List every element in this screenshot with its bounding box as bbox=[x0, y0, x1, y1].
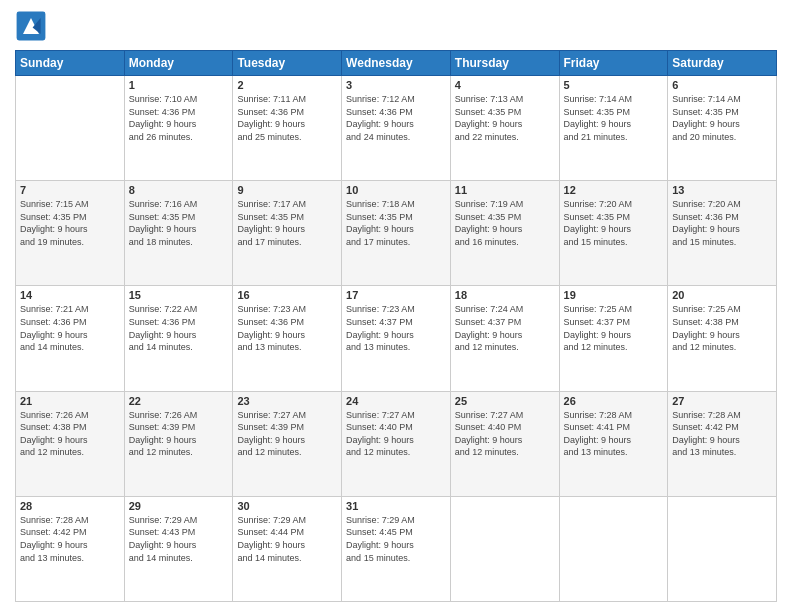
week-row-3: 14Sunrise: 7:21 AM Sunset: 4:36 PM Dayli… bbox=[16, 286, 777, 391]
day-details: Sunrise: 7:17 AM Sunset: 4:35 PM Dayligh… bbox=[237, 198, 337, 248]
day-details: Sunrise: 7:24 AM Sunset: 4:37 PM Dayligh… bbox=[455, 303, 555, 353]
day-number: 1 bbox=[129, 79, 229, 91]
day-details: Sunrise: 7:29 AM Sunset: 4:45 PM Dayligh… bbox=[346, 514, 446, 564]
weekday-sunday: Sunday bbox=[16, 51, 125, 76]
calendar-cell: 27Sunrise: 7:28 AM Sunset: 4:42 PM Dayli… bbox=[668, 391, 777, 496]
calendar-cell: 5Sunrise: 7:14 AM Sunset: 4:35 PM Daylig… bbox=[559, 76, 668, 181]
day-number: 13 bbox=[672, 184, 772, 196]
day-details: Sunrise: 7:19 AM Sunset: 4:35 PM Dayligh… bbox=[455, 198, 555, 248]
day-number: 26 bbox=[564, 395, 664, 407]
day-details: Sunrise: 7:13 AM Sunset: 4:35 PM Dayligh… bbox=[455, 93, 555, 143]
week-row-4: 21Sunrise: 7:26 AM Sunset: 4:38 PM Dayli… bbox=[16, 391, 777, 496]
day-details: Sunrise: 7:23 AM Sunset: 4:37 PM Dayligh… bbox=[346, 303, 446, 353]
weekday-thursday: Thursday bbox=[450, 51, 559, 76]
page: SundayMondayTuesdayWednesdayThursdayFrid… bbox=[0, 0, 792, 612]
day-number: 8 bbox=[129, 184, 229, 196]
calendar-cell: 21Sunrise: 7:26 AM Sunset: 4:38 PM Dayli… bbox=[16, 391, 125, 496]
day-details: Sunrise: 7:26 AM Sunset: 4:39 PM Dayligh… bbox=[129, 409, 229, 459]
day-details: Sunrise: 7:29 AM Sunset: 4:44 PM Dayligh… bbox=[237, 514, 337, 564]
calendar-cell: 4Sunrise: 7:13 AM Sunset: 4:35 PM Daylig… bbox=[450, 76, 559, 181]
calendar-cell: 9Sunrise: 7:17 AM Sunset: 4:35 PM Daylig… bbox=[233, 181, 342, 286]
week-row-5: 28Sunrise: 7:28 AM Sunset: 4:42 PM Dayli… bbox=[16, 496, 777, 601]
calendar-cell: 15Sunrise: 7:22 AM Sunset: 4:36 PM Dayli… bbox=[124, 286, 233, 391]
calendar-cell: 25Sunrise: 7:27 AM Sunset: 4:40 PM Dayli… bbox=[450, 391, 559, 496]
week-row-1: 1Sunrise: 7:10 AM Sunset: 4:36 PM Daylig… bbox=[16, 76, 777, 181]
day-details: Sunrise: 7:27 AM Sunset: 4:40 PM Dayligh… bbox=[455, 409, 555, 459]
day-details: Sunrise: 7:10 AM Sunset: 4:36 PM Dayligh… bbox=[129, 93, 229, 143]
day-details: Sunrise: 7:29 AM Sunset: 4:43 PM Dayligh… bbox=[129, 514, 229, 564]
calendar-cell: 29Sunrise: 7:29 AM Sunset: 4:43 PM Dayli… bbox=[124, 496, 233, 601]
calendar-cell: 19Sunrise: 7:25 AM Sunset: 4:37 PM Dayli… bbox=[559, 286, 668, 391]
calendar-cell bbox=[16, 76, 125, 181]
calendar-cell: 3Sunrise: 7:12 AM Sunset: 4:36 PM Daylig… bbox=[342, 76, 451, 181]
logo bbox=[15, 10, 51, 42]
calendar-cell: 30Sunrise: 7:29 AM Sunset: 4:44 PM Dayli… bbox=[233, 496, 342, 601]
day-number: 5 bbox=[564, 79, 664, 91]
day-details: Sunrise: 7:27 AM Sunset: 4:40 PM Dayligh… bbox=[346, 409, 446, 459]
calendar-cell: 22Sunrise: 7:26 AM Sunset: 4:39 PM Dayli… bbox=[124, 391, 233, 496]
day-number: 31 bbox=[346, 500, 446, 512]
calendar-cell: 23Sunrise: 7:27 AM Sunset: 4:39 PM Dayli… bbox=[233, 391, 342, 496]
calendar-cell: 12Sunrise: 7:20 AM Sunset: 4:35 PM Dayli… bbox=[559, 181, 668, 286]
calendar-cell: 10Sunrise: 7:18 AM Sunset: 4:35 PM Dayli… bbox=[342, 181, 451, 286]
calendar-cell: 20Sunrise: 7:25 AM Sunset: 4:38 PM Dayli… bbox=[668, 286, 777, 391]
calendar-cell: 2Sunrise: 7:11 AM Sunset: 4:36 PM Daylig… bbox=[233, 76, 342, 181]
calendar-cell: 16Sunrise: 7:23 AM Sunset: 4:36 PM Dayli… bbox=[233, 286, 342, 391]
day-number: 27 bbox=[672, 395, 772, 407]
calendar-cell bbox=[559, 496, 668, 601]
day-number: 28 bbox=[20, 500, 120, 512]
logo-icon bbox=[15, 10, 47, 42]
day-number: 18 bbox=[455, 289, 555, 301]
calendar-table: SundayMondayTuesdayWednesdayThursdayFrid… bbox=[15, 50, 777, 602]
day-number: 25 bbox=[455, 395, 555, 407]
day-number: 12 bbox=[564, 184, 664, 196]
weekday-wednesday: Wednesday bbox=[342, 51, 451, 76]
weekday-header-row: SundayMondayTuesdayWednesdayThursdayFrid… bbox=[16, 51, 777, 76]
calendar-cell: 24Sunrise: 7:27 AM Sunset: 4:40 PM Dayli… bbox=[342, 391, 451, 496]
day-details: Sunrise: 7:12 AM Sunset: 4:36 PM Dayligh… bbox=[346, 93, 446, 143]
day-details: Sunrise: 7:25 AM Sunset: 4:38 PM Dayligh… bbox=[672, 303, 772, 353]
day-details: Sunrise: 7:20 AM Sunset: 4:35 PM Dayligh… bbox=[564, 198, 664, 248]
day-number: 10 bbox=[346, 184, 446, 196]
day-details: Sunrise: 7:18 AM Sunset: 4:35 PM Dayligh… bbox=[346, 198, 446, 248]
day-number: 9 bbox=[237, 184, 337, 196]
day-number: 19 bbox=[564, 289, 664, 301]
day-number: 7 bbox=[20, 184, 120, 196]
calendar-cell: 7Sunrise: 7:15 AM Sunset: 4:35 PM Daylig… bbox=[16, 181, 125, 286]
weekday-saturday: Saturday bbox=[668, 51, 777, 76]
day-number: 24 bbox=[346, 395, 446, 407]
day-number: 20 bbox=[672, 289, 772, 301]
day-details: Sunrise: 7:20 AM Sunset: 4:36 PM Dayligh… bbox=[672, 198, 772, 248]
calendar-cell: 17Sunrise: 7:23 AM Sunset: 4:37 PM Dayli… bbox=[342, 286, 451, 391]
day-number: 4 bbox=[455, 79, 555, 91]
day-details: Sunrise: 7:28 AM Sunset: 4:41 PM Dayligh… bbox=[564, 409, 664, 459]
day-number: 2 bbox=[237, 79, 337, 91]
day-details: Sunrise: 7:16 AM Sunset: 4:35 PM Dayligh… bbox=[129, 198, 229, 248]
day-number: 11 bbox=[455, 184, 555, 196]
calendar-cell: 28Sunrise: 7:28 AM Sunset: 4:42 PM Dayli… bbox=[16, 496, 125, 601]
day-details: Sunrise: 7:21 AM Sunset: 4:36 PM Dayligh… bbox=[20, 303, 120, 353]
weekday-monday: Monday bbox=[124, 51, 233, 76]
day-details: Sunrise: 7:14 AM Sunset: 4:35 PM Dayligh… bbox=[564, 93, 664, 143]
calendar-cell: 31Sunrise: 7:29 AM Sunset: 4:45 PM Dayli… bbox=[342, 496, 451, 601]
day-number: 17 bbox=[346, 289, 446, 301]
calendar-cell bbox=[450, 496, 559, 601]
weekday-friday: Friday bbox=[559, 51, 668, 76]
calendar-cell bbox=[668, 496, 777, 601]
calendar-cell: 18Sunrise: 7:24 AM Sunset: 4:37 PM Dayli… bbox=[450, 286, 559, 391]
day-number: 23 bbox=[237, 395, 337, 407]
calendar-cell: 6Sunrise: 7:14 AM Sunset: 4:35 PM Daylig… bbox=[668, 76, 777, 181]
calendar-cell: 1Sunrise: 7:10 AM Sunset: 4:36 PM Daylig… bbox=[124, 76, 233, 181]
day-details: Sunrise: 7:26 AM Sunset: 4:38 PM Dayligh… bbox=[20, 409, 120, 459]
calendar-cell: 8Sunrise: 7:16 AM Sunset: 4:35 PM Daylig… bbox=[124, 181, 233, 286]
calendar-cell: 14Sunrise: 7:21 AM Sunset: 4:36 PM Dayli… bbox=[16, 286, 125, 391]
day-number: 22 bbox=[129, 395, 229, 407]
day-details: Sunrise: 7:27 AM Sunset: 4:39 PM Dayligh… bbox=[237, 409, 337, 459]
day-details: Sunrise: 7:23 AM Sunset: 4:36 PM Dayligh… bbox=[237, 303, 337, 353]
weekday-tuesday: Tuesday bbox=[233, 51, 342, 76]
day-details: Sunrise: 7:28 AM Sunset: 4:42 PM Dayligh… bbox=[20, 514, 120, 564]
day-number: 21 bbox=[20, 395, 120, 407]
day-number: 16 bbox=[237, 289, 337, 301]
calendar-cell: 13Sunrise: 7:20 AM Sunset: 4:36 PM Dayli… bbox=[668, 181, 777, 286]
day-details: Sunrise: 7:22 AM Sunset: 4:36 PM Dayligh… bbox=[129, 303, 229, 353]
